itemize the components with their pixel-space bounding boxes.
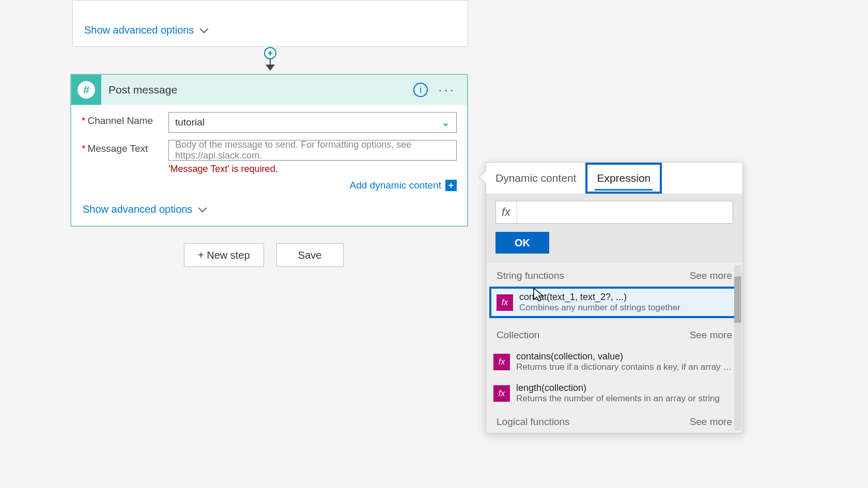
- validation-message: 'Message Text' is required.: [168, 164, 457, 175]
- chevron-down-icon: [197, 204, 209, 215]
- category-title: Logical functions: [497, 416, 570, 428]
- save-button[interactable]: Save: [276, 243, 344, 267]
- see-more-collection[interactable]: See more: [690, 329, 732, 341]
- expression-editor-body: fx OK: [486, 194, 742, 263]
- chevron-down-icon: ⌄: [441, 116, 450, 129]
- more-menu-icon[interactable]: ···: [438, 83, 456, 97]
- previous-action-card: Show advanced options: [72, 0, 468, 47]
- channel-name-field: *Channel Name tutorial ⌄: [71, 105, 467, 133]
- add-dynamic-content-link[interactable]: Add dynamic content: [350, 180, 441, 191]
- category-string-functions: String functions See more: [486, 263, 742, 287]
- show-advanced-prev[interactable]: Show advanced options: [84, 24, 456, 36]
- chevron-down-icon: [199, 25, 210, 36]
- add-dynamic-content-plus[interactable]: +: [445, 180, 457, 191]
- function-length[interactable]: fx length(collection) Returns the number…: [486, 377, 742, 409]
- slack-connector-icon: #: [71, 75, 101, 105]
- category-title: Collection: [497, 329, 539, 341]
- channel-name-label: *Channel Name: [82, 112, 168, 127]
- function-list: String functions See more fx concat(text…: [486, 263, 742, 433]
- footer-buttons: + New step Save: [184, 243, 344, 267]
- message-text-field: *Message Text Body of the message to sen…: [71, 133, 467, 175]
- category-title: String functions: [497, 270, 564, 281]
- function-signature: contains(collection, value): [516, 351, 735, 362]
- tab-expression[interactable]: Expression: [585, 163, 662, 194]
- card-title: Post message: [101, 84, 413, 96]
- function-concat[interactable]: fx concat(text_1, text_2?, ...) Combines…: [489, 287, 739, 318]
- function-list-scrollbar[interactable]: [734, 265, 741, 431]
- function-contains[interactable]: fx contains(collection, value) Returns t…: [486, 346, 742, 377]
- function-description: Returns true if a dictionary contains a …: [516, 362, 735, 372]
- expression-input-row: fx: [495, 201, 733, 224]
- channel-name-value: tutorial: [175, 117, 441, 128]
- expression-input[interactable]: [517, 201, 733, 223]
- message-text-label: *Message Text: [82, 140, 168, 154]
- message-text-input[interactable]: Body of the message to send. For formatt…: [168, 140, 457, 161]
- show-advanced-post[interactable]: Show advanced options: [83, 203, 209, 215]
- hash-icon: #: [78, 81, 95, 99]
- function-description: Combines any number of strings together: [519, 303, 732, 313]
- category-logical-functions: Logical functions See more: [486, 409, 742, 433]
- ok-button[interactable]: OK: [495, 232, 549, 254]
- fx-icon: fx: [496, 201, 517, 223]
- message-text-placeholder: Body of the message to send. For formatt…: [175, 139, 450, 161]
- connector: +: [264, 47, 276, 74]
- see-more-string[interactable]: See more: [690, 270, 732, 281]
- expression-panel: Dynamic content Expression fx OK String …: [486, 162, 743, 433]
- fx-badge-icon: fx: [497, 294, 513, 311]
- post-message-card: # Post message i ··· *Channel Name tutor…: [70, 74, 468, 227]
- function-signature: length(collection): [516, 383, 735, 393]
- category-collection: Collection See more: [486, 322, 742, 346]
- card-header[interactable]: # Post message i ···: [71, 75, 467, 105]
- fx-badge-icon: fx: [493, 354, 510, 370]
- see-more-logical[interactable]: See more: [690, 416, 732, 428]
- advanced-label: Show advanced options: [84, 24, 194, 36]
- info-icon[interactable]: i: [413, 83, 428, 97]
- fx-badge-icon: fx: [493, 385, 510, 402]
- channel-name-select[interactable]: tutorial ⌄: [168, 112, 457, 133]
- advanced-label: Show advanced options: [83, 203, 192, 215]
- panel-tabs: Dynamic content Expression: [486, 163, 742, 194]
- new-step-button[interactable]: + New step: [184, 243, 264, 267]
- function-description: Returns the number of elements in an arr…: [516, 393, 735, 404]
- add-step-between-button[interactable]: +: [264, 47, 276, 59]
- tab-dynamic-content[interactable]: Dynamic content: [486, 163, 585, 194]
- function-signature: concat(text_1, text_2?, ...): [519, 292, 732, 303]
- dynamic-content-row: Add dynamic content +: [71, 175, 467, 191]
